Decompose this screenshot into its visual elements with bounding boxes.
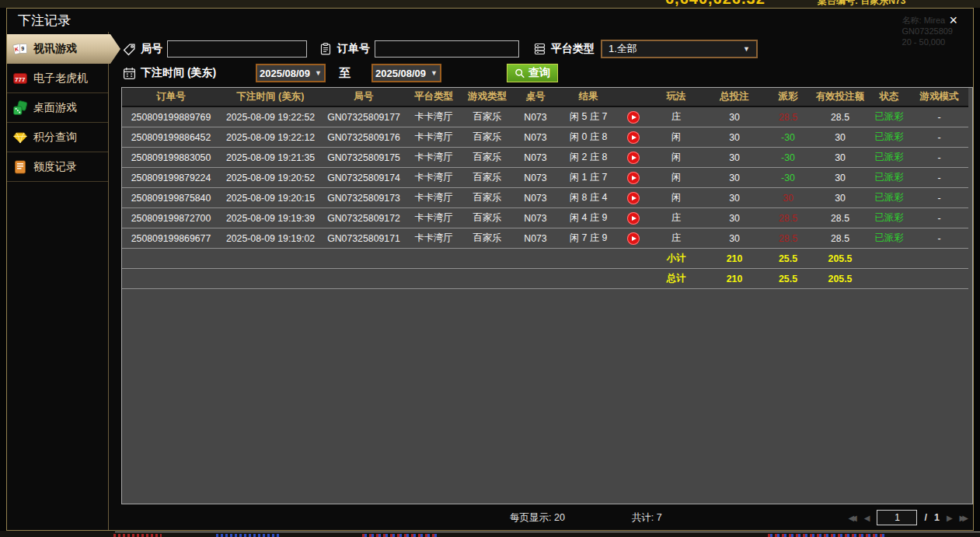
bet-type-cell: 闲: [647, 168, 705, 188]
tag-icon: [121, 41, 137, 57]
date-to-label: 至: [339, 66, 350, 81]
next-page-icon[interactable]: ▶: [947, 514, 953, 522]
empty-cell: [321, 269, 406, 289]
pager-controls: ◀◀ ◀ / 1 ▶ ▶▶: [848, 510, 973, 525]
result-cell: 闲 1 庄 7: [557, 168, 619, 188]
payout-sum: 25.5: [764, 269, 812, 289]
replay-play-icon[interactable]: [627, 172, 640, 184]
empty-cell: [619, 249, 647, 269]
bet-time-cell: 2025-08-09 19:19:02: [220, 228, 321, 249]
sidebar-item-quota-record[interactable]: 额度记录: [7, 152, 108, 182]
payout-sum: 25.5: [764, 249, 812, 269]
result-cell: 闲 4 庄 9: [557, 208, 619, 228]
replay-cell: [619, 106, 647, 127]
game-type-cell: 百家乐: [461, 106, 514, 127]
order-number-cell: 250809199883050: [122, 148, 220, 168]
records-table: 订单号下注时间 (美东)局号平台类型游戏类型桌号结果玩法总投注派彩有效投注额状态…: [122, 88, 968, 289]
sidebar-item-table-games[interactable]: 桌面游戏: [7, 93, 108, 123]
column-header-7: [619, 88, 647, 106]
result-cell: 闲 5 庄 7: [557, 106, 619, 127]
table-row: 2508091998830502025-08-09 19:21:35GN0732…: [122, 148, 968, 168]
page-number-input[interactable]: [877, 510, 917, 525]
bet-type-cell: 闲: [647, 148, 705, 168]
table-number-cell: N073: [514, 188, 557, 208]
table-number-cell: N073: [514, 148, 557, 168]
replay-play-icon[interactable]: [627, 212, 640, 225]
game-mode-cell: -: [910, 208, 968, 228]
date-from-picker[interactable]: 2025/08/09 ▼: [256, 64, 326, 82]
status-cell: 已派彩: [868, 106, 910, 127]
replay-play-icon[interactable]: [627, 111, 640, 124]
column-header-3: 平台类型: [406, 88, 461, 106]
table-row: 2508091998758402025-08-09 19:20:15GN0732…: [122, 188, 968, 208]
sidebar-item-points-query[interactable]: 积分查询: [7, 123, 108, 152]
replay-cell: [619, 148, 647, 168]
sidebar-item-slots[interactable]: 777电子老虎机: [7, 64, 108, 93]
gem-icon: [12, 130, 28, 145]
valid-bet-cell: 28.5: [812, 208, 868, 228]
prev-page-icon[interactable]: ◀: [864, 514, 870, 522]
bet-type-cell: 庄: [647, 106, 705, 127]
table-row: 2508091998727002025-08-09 19:19:39GN0732…: [122, 208, 968, 228]
subtotal-row-label: 小计: [647, 249, 705, 269]
column-header-2: 局号: [321, 88, 406, 106]
date-to-picker[interactable]: 2025/08/09 ▼: [371, 64, 441, 82]
sidebar-item-label: 电子老虎机: [33, 71, 88, 85]
column-header-4: 游戏类型: [461, 88, 514, 106]
column-header-6: 结果: [557, 88, 619, 106]
replay-play-icon[interactable]: [627, 152, 640, 164]
last-page-icon[interactable]: ▶▶: [960, 514, 968, 522]
replay-play-icon[interactable]: [627, 131, 640, 144]
bet-type-cell: 庄: [647, 208, 705, 228]
column-header-5: 桌号: [514, 88, 557, 106]
game-type-cell: 百家乐: [461, 168, 514, 188]
per-page-label: 每页显示: 20: [510, 511, 565, 525]
result-cell: 闲 8 庄 4: [557, 188, 619, 208]
round-number-input[interactable]: [167, 40, 307, 58]
sidebar-item-label: 视讯游戏: [33, 42, 77, 56]
order-number-cell: 250809199889769: [122, 106, 220, 127]
close-icon[interactable]: ×: [944, 13, 962, 27]
sidebar-item-video-games[interactable]: K9视讯游戏: [7, 34, 120, 64]
filter-row-2: 下注时间 (美东) 2025/08/09 ▼ 至 2025/08/09 ▼ 查询: [121, 63, 973, 83]
empty-cell: [461, 249, 514, 269]
column-header-12: 状态: [868, 88, 910, 106]
replay-cell: [619, 168, 647, 188]
bet-type-cell: 庄: [647, 228, 705, 249]
replay-play-icon[interactable]: [627, 192, 640, 204]
bet-type-cell: 闲: [647, 188, 705, 208]
bet-time-cell: 2025-08-09 19:19:39: [220, 208, 321, 228]
replay-play-icon[interactable]: [627, 232, 640, 245]
empty-cell: [868, 249, 910, 269]
table-row: 2508091998792242025-08-09 19:20:52GN0732…: [122, 168, 968, 188]
first-page-icon[interactable]: ◀◀: [848, 514, 856, 522]
status-badge: 已派彩: [875, 172, 904, 183]
content-panel: 局号 订单号: [109, 32, 973, 530]
status-cell: 已派彩: [868, 127, 910, 148]
total-bet-cell: 30: [705, 188, 764, 208]
platform-cell: 卡卡湾厅: [406, 106, 461, 127]
document-icon: [12, 159, 28, 175]
empty-cell: [868, 269, 910, 289]
round-number-cell: GN07325809174: [321, 168, 406, 188]
payout-cell: 28.5: [764, 106, 812, 127]
bet-time-cell: 2025-08-09 19:22:52: [220, 106, 321, 127]
order-number-input[interactable]: [375, 40, 519, 58]
table-header-row: 订单号下注时间 (美东)局号平台类型游戏类型桌号结果玩法总投注派彩有效投注额状态…: [122, 88, 968, 106]
status-badge: 已派彩: [875, 192, 904, 203]
platform-cell: 卡卡湾厅: [406, 168, 461, 188]
search-button[interactable]: 查询: [507, 64, 558, 82]
game-mode-cell: -: [910, 127, 968, 148]
payout-cell: -30: [764, 148, 812, 168]
empty-cell: [122, 269, 220, 289]
platform-type-select[interactable]: 1.全部 ▼: [601, 40, 758, 58]
status-cell: 已派彩: [868, 188, 910, 208]
empty-cell: [321, 249, 406, 269]
total-bet-cell: 30: [705, 148, 764, 168]
total-bet-cell: 30: [705, 168, 764, 188]
roadmap-dashes: [216, 534, 281, 537]
page-separator: /: [924, 512, 926, 523]
round-number-cell: GN07325809172: [321, 208, 406, 228]
filter-row-1: 局号 订单号: [121, 39, 973, 59]
total-bet-cell: 30: [705, 208, 764, 228]
